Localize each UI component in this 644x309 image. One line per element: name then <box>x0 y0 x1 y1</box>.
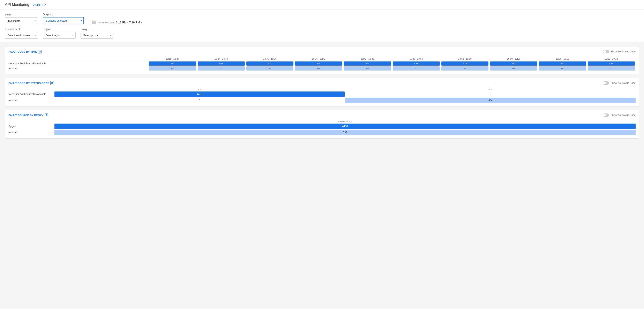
env-row: Environment Select environment ▾ Region … <box>5 28 639 39</box>
status-cell-1-light: 634 <box>346 98 636 103</box>
bar-light-blue: 65 <box>246 66 294 71</box>
graphs-select-wrapper: 3 graphs selected ▾ <box>43 17 84 24</box>
panel3-2xx-toggle[interactable] <box>603 114 609 117</box>
bar-blue: 461 <box>198 62 245 66</box>
status-row-1: (not set) 0 634 <box>8 98 636 103</box>
fault-source-by-proxy-panel: FAULT SOURCE BY PROXY ⧉ Show 2xx Status … <box>5 110 639 139</box>
panel1-2xx-toggle[interactable] <box>603 50 609 53</box>
view-label: View <box>5 13 38 16</box>
proxy-select[interactable]: Select proxy <box>80 32 114 39</box>
fault-code-by-time-panel: FAULT CODE BY TIME ⧉ Show 2xx Status Cod… <box>5 46 639 74</box>
time-range-picker[interactable]: 6:18 PM - 7:18 PM ▾ <box>116 21 142 24</box>
panel3-show2xx: Show 2xx Status Code <box>603 114 636 117</box>
spacer <box>8 88 54 91</box>
graphs-select[interactable]: 3 graphs selected <box>43 17 84 24</box>
col-header-1: 18:24 - 18:30 <box>197 57 246 61</box>
cell-1-7: 63 <box>489 66 538 71</box>
cell-0-8: 442 <box>538 61 587 66</box>
bar-zero: 0 <box>54 98 344 103</box>
controls-row-1: View investigate ▾ Graphs 3 graphs selec… <box>5 13 639 24</box>
auto-refresh-toggle[interactable] <box>89 21 96 24</box>
bar-light-blue: 65 <box>344 66 391 71</box>
main-content: FAULT CODE BY TIME ⧉ Show 2xx Status Cod… <box>0 42 644 143</box>
bar-blue: 421 <box>246 62 294 66</box>
panel1-table-container: 18:18 - 18:24 18:24 - 18:30 18:30 - 18:3… <box>8 57 636 71</box>
cell-1-4: 65 <box>343 66 392 71</box>
col-header-8: 19:06 - 19:12 <box>538 57 587 61</box>
bar-light-blue: 63 <box>295 66 342 71</box>
panel1-icon[interactable]: ⧉ <box>38 50 42 54</box>
panel1-title: FAULT CODE BY TIME ⧉ <box>8 50 42 54</box>
bar-blue: 441 <box>393 62 440 66</box>
view-select-wrapper: investigate ▾ <box>5 18 38 24</box>
spacer <box>8 120 54 123</box>
bar-blue: 445 <box>588 62 635 66</box>
cell-1-0: 64 <box>148 66 197 71</box>
status-cell-1-zero: 0 <box>54 98 344 103</box>
bar-blue: 442 <box>539 62 586 66</box>
cell-0-1: 461 <box>197 61 246 66</box>
bar-light-blue: 64 <box>149 66 196 71</box>
app-title: API Monitoring <box>5 3 29 7</box>
bar-light-blue: 63 <box>588 66 635 71</box>
bar-blue: 444 <box>295 62 342 66</box>
bar-blue: 441 <box>344 62 391 66</box>
panel3-col-headers: apigee-errors <box>8 120 636 124</box>
bar-light-blue: 62 <box>393 66 440 71</box>
cell-0-4: 441 <box>343 61 392 66</box>
bar-zero: 0 <box>346 92 636 97</box>
cell-0-6: 436 <box>440 61 489 66</box>
row-label-0: steps.json2xml.SourceUnavailable <box>8 61 148 66</box>
col-header-3: 18:36 - 18:42 <box>294 57 343 61</box>
controls-bar: View investigate ▾ Graphs 3 graphs selec… <box>0 10 644 42</box>
panel2-header: FAULT CODE BY STATUS CODE ⧉ Show 2xx Sta… <box>8 81 636 85</box>
col-header-7: 19:00 - 19:06 <box>489 57 538 61</box>
fault-source-label-0: Apigee <box>8 125 54 128</box>
cell-0-0: 444 <box>148 61 197 66</box>
panel3-2xx-knob <box>603 114 606 117</box>
bar-light-fault: 634 <box>54 130 636 135</box>
cell-1-3: 63 <box>294 66 343 71</box>
cell-1-8: 64 <box>538 66 587 71</box>
region-select[interactable]: Select region <box>43 32 76 39</box>
fault-source-bar-0: 4418 <box>54 124 636 129</box>
panel2-show2xx: Show 2xx Status Code <box>603 81 636 85</box>
environment-select[interactable]: Select environment <box>5 32 38 39</box>
region-control: Region Select region ▾ <box>43 28 76 39</box>
panel2-2xx-knob <box>603 82 606 85</box>
status-row-label-0: steps.json2xml.SourceUnavailable <box>8 93 54 96</box>
cell-1-2: 65 <box>246 66 294 71</box>
environment-control: Environment Select environment ▾ <box>5 28 38 39</box>
bar-blue-wide: 4418 <box>54 92 344 97</box>
fault-source-bar-1: 634 <box>54 130 636 135</box>
panel2-2xx-toggle[interactable] <box>603 81 609 85</box>
bar-light-blue: 62 <box>198 66 245 71</box>
panel3-icon[interactable]: ⧉ <box>45 113 48 117</box>
view-select[interactable]: investigate <box>5 18 38 24</box>
cell-0-2: 421 <box>246 61 294 66</box>
cell-0-7: 443 <box>489 61 538 66</box>
panel1-2xx-knob <box>603 50 606 53</box>
bar-blue-fault: 4418 <box>54 124 636 129</box>
alert-link[interactable]: ALERT <box>33 3 46 6</box>
bar-blue: 436 <box>442 62 488 66</box>
toggle-knob <box>89 21 92 24</box>
status-row-label-1: (not set) <box>8 99 54 102</box>
panel1-header: FAULT CODE BY TIME ⧉ Show 2xx Status Cod… <box>8 50 636 54</box>
cell-0-3: 444 <box>294 61 343 66</box>
status-col-200: 200 <box>346 88 636 91</box>
row-label-1: (not set) <box>8 66 148 71</box>
cell-0-9: 445 <box>587 61 636 66</box>
bar-light-blue: 63 <box>442 66 488 71</box>
bar-light-blue: 64 <box>539 66 586 71</box>
panel1-table: 18:18 - 18:24 18:24 - 18:30 18:30 - 18:3… <box>8 57 636 71</box>
cell-1-9: 63 <box>587 66 636 71</box>
bar-light-wide: 634 <box>346 98 636 103</box>
bar-blue: 443 <box>490 62 537 66</box>
panel3-header: FAULT SOURCE BY PROXY ⧉ Show 2xx Status … <box>8 113 636 117</box>
panel2-icon[interactable]: ⧉ <box>50 81 54 85</box>
region-select-wrapper: Select region ▾ <box>43 32 76 39</box>
environment-select-wrapper: Select environment ▾ <box>5 32 38 39</box>
status-row-0: steps.json2xml.SourceUnavailable 4418 0 <box>8 92 636 97</box>
col-header-4: 18:42 - 18:48 <box>343 57 392 61</box>
